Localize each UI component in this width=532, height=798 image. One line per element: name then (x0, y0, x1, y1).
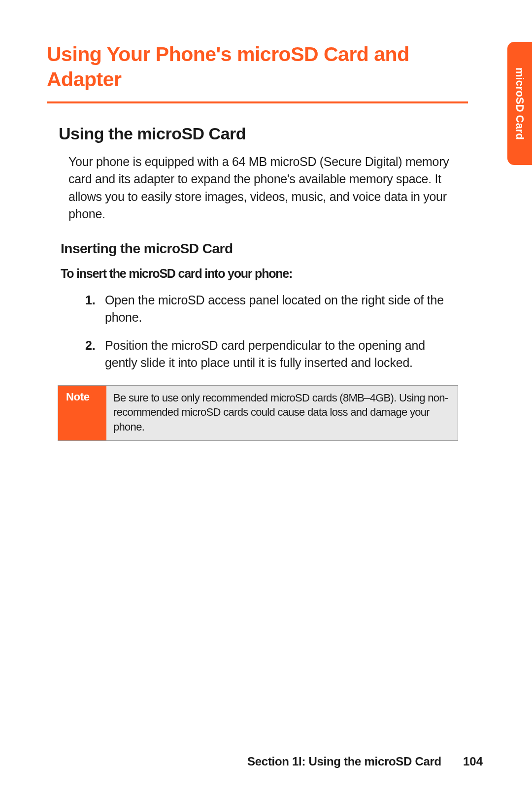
note-label: Note (58, 386, 106, 440)
intro-paragraph: Your phone is equipped with a 64 MB micr… (68, 153, 468, 223)
main-title: Using Your Phone's microSD Card and Adap… (47, 42, 468, 103)
step-text: Position the microSD card perpendicular … (105, 337, 458, 371)
step-item: 2. Position the microSD card perpendicul… (85, 337, 458, 371)
step-number: 2. (85, 337, 105, 371)
side-tab-label: microSD Card (513, 67, 526, 140)
side-tab: microSD Card (507, 42, 532, 165)
step-number: 1. (85, 292, 105, 326)
note-body: Be sure to use only recommended microSD … (106, 386, 458, 440)
section-title: Using the microSD Card (59, 124, 488, 143)
step-list: 1. Open the microSD access panel located… (85, 292, 458, 371)
footer-section-label: Section 1I: Using the microSD Card (247, 755, 441, 768)
page-content: Using Your Phone's microSD Card and Adap… (0, 0, 532, 441)
note-box: Note Be sure to use only recommended mic… (58, 385, 458, 441)
footer-page-number: 104 (463, 755, 483, 768)
step-item: 1. Open the microSD access panel located… (85, 292, 458, 326)
instruction-lead: To insert the microSD card into your pho… (61, 266, 488, 281)
step-text: Open the microSD access panel located on… (105, 292, 458, 326)
subsection-title: Inserting the microSD Card (61, 241, 488, 257)
page-footer: Section 1I: Using the microSD Card 104 (247, 755, 483, 768)
